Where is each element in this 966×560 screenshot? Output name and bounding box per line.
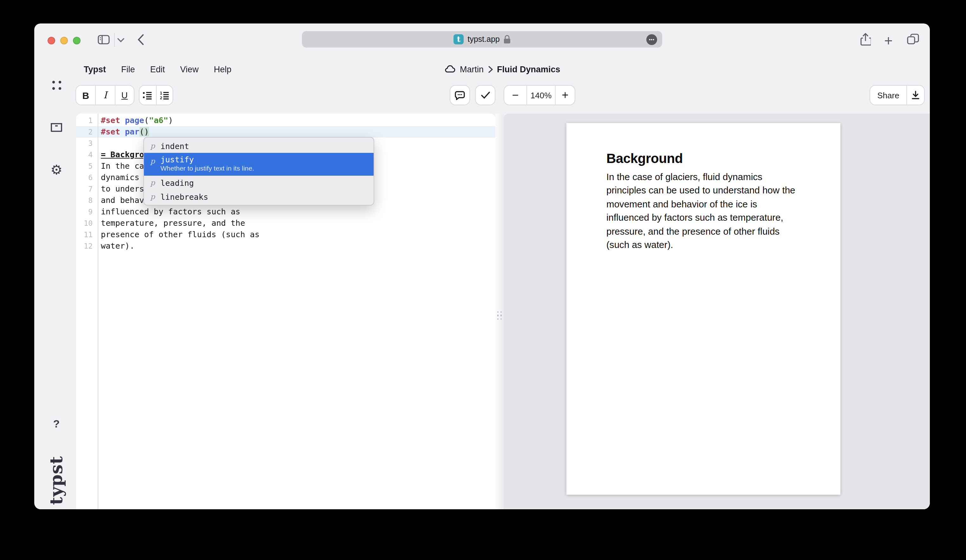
comments-group <box>450 85 470 105</box>
menu-file[interactable]: File <box>121 64 135 74</box>
zoom-out-button[interactable]: − <box>504 85 526 105</box>
breadcrumb-workspace[interactable]: Martin <box>460 64 484 74</box>
dashboard-icon[interactable] <box>47 80 66 91</box>
fullscreen-window-button[interactable] <box>73 37 80 44</box>
param-name: leading <box>161 178 194 187</box>
help-icon[interactable]: ? <box>47 418 66 430</box>
check-group <box>475 85 495 105</box>
param-kind: p <box>150 192 155 201</box>
address-bar[interactable]: t typst.app ••• <box>302 31 662 48</box>
comment-bubble-icon <box>455 90 465 100</box>
checkmark-icon <box>480 91 490 99</box>
line-number: 6 <box>76 172 97 183</box>
share-button[interactable]: Share <box>870 85 906 105</box>
new-tab-icon[interactable]: + <box>884 32 893 49</box>
line-number: 8 <box>76 195 97 206</box>
download-button[interactable] <box>906 85 924 105</box>
app-menubar: Typst File Edit View Help Martin Fluid D… <box>34 58 930 80</box>
menu-help[interactable]: Help <box>214 64 232 74</box>
splitter-handle-icon[interactable] <box>497 311 502 320</box>
menu-view[interactable]: View <box>180 64 199 74</box>
gutter-divider <box>97 113 98 509</box>
code-text: influenced by factors such as <box>97 206 240 218</box>
page-settings-icon[interactable]: ••• <box>646 34 657 45</box>
param-kind: p <box>150 157 155 166</box>
line-number: 7 <box>76 183 97 195</box>
preview-text-line: In the case of glaciers, fluid dynamics <box>606 171 820 184</box>
preview-text-line: movement and behavior of the ice is <box>606 198 820 212</box>
back-icon[interactable] <box>138 34 144 45</box>
titlebar-divider <box>114 33 115 47</box>
numbered-list-icon: 1 2 <box>160 91 169 99</box>
settings-gear-icon[interactable]: ⚙ <box>47 163 66 176</box>
bold-button[interactable]: B <box>76 85 95 105</box>
chevron-down-icon[interactable] <box>117 38 124 43</box>
share-page-icon[interactable] <box>860 33 871 46</box>
menu-edit[interactable]: Edit <box>150 64 165 74</box>
autocomplete-popup: pindentpjustifyWhether to justify text i… <box>143 137 374 205</box>
preview-heading: Background <box>606 151 840 166</box>
line-number: 4 <box>76 149 97 161</box>
zoom-group: − 140% + <box>504 85 575 105</box>
line-number: 12 <box>76 240 97 252</box>
preview-page: Background In the case of glaciers, flui… <box>567 123 840 495</box>
autocomplete-item[interactable]: pjustifyWhether to justify text in its l… <box>144 153 374 176</box>
titlebar: t typst.app ••• + <box>34 23 930 55</box>
pane-splitter[interactable] <box>495 113 504 509</box>
code-line[interactable]: 10temperature, pressure, and the <box>76 218 495 229</box>
bullet-list-button[interactable] <box>140 85 156 105</box>
code-line[interactable]: 12water). <box>76 240 495 252</box>
tab-overview-icon[interactable] <box>907 34 919 46</box>
preview-text-line: pressure, and the presence of other flui… <box>606 225 820 238</box>
close-window-button[interactable] <box>48 37 55 44</box>
sidebar-toggle-icon[interactable] <box>98 35 110 44</box>
menu-typst[interactable]: Typst <box>84 64 106 74</box>
preview-text-line: (such as water). <box>606 238 820 252</box>
screen: t typst.app ••• + <box>0 0 966 560</box>
line-number: 11 <box>76 229 97 240</box>
preview-paragraph: In the case of glaciers, fluid dynamicsp… <box>606 171 820 252</box>
code-text: temperature, pressure, and the <box>97 218 245 229</box>
svg-text:2: 2 <box>160 95 163 99</box>
code-line[interactable]: 2#set par() <box>76 126 495 138</box>
files-icon[interactable] <box>47 122 66 133</box>
comments-button[interactable] <box>450 85 469 105</box>
preview-text-line: influenced by factors such as temperatur… <box>606 211 820 225</box>
breadcrumb: Martin Fluid Dynamics <box>445 58 560 80</box>
line-number: 5 <box>76 161 97 172</box>
line-number: 1 <box>76 115 97 126</box>
autocomplete-item[interactable]: plinebreaks <box>144 190 374 204</box>
browser-window: t typst.app ••• + <box>34 23 930 509</box>
underline-button[interactable]: U <box>115 85 134 105</box>
italic-button[interactable]: I <box>95 85 115 105</box>
code-text: presence of other fluids (such as <box>97 229 260 240</box>
share-group: Share <box>869 85 925 105</box>
cloud-sync-icon <box>445 65 455 73</box>
param-kind: p <box>150 178 155 187</box>
code-line[interactable]: 1#set page("a6") <box>76 115 495 126</box>
autocomplete-item[interactable]: pleading <box>144 176 374 190</box>
line-number: 10 <box>76 218 97 229</box>
code-line[interactable]: 9influenced by factors such as <box>76 206 495 218</box>
param-name: linebreaks <box>161 192 209 201</box>
window-controls <box>48 37 80 44</box>
line-number: 9 <box>76 206 97 218</box>
preview-pane: Background In the case of glaciers, flui… <box>504 113 930 509</box>
code-line[interactable]: 11presence of other fluids (such as <box>76 229 495 240</box>
url-text: typst.app <box>467 35 499 44</box>
line-number: 3 <box>76 138 97 149</box>
typst-logo: typst <box>40 452 73 509</box>
zoom-level: 140% <box>526 85 555 105</box>
text-style-group: B I U <box>76 85 135 105</box>
numbered-list-button[interactable]: 1 2 <box>156 85 172 105</box>
spellcheck-button[interactable] <box>476 85 495 105</box>
code-text: water). <box>97 240 135 252</box>
svg-text:1: 1 <box>160 91 163 95</box>
param-name: indent <box>161 141 189 151</box>
minimize-window-button[interactable] <box>60 37 68 44</box>
autocomplete-item[interactable]: pindent <box>144 139 374 153</box>
bullet-list-icon <box>143 91 153 99</box>
zoom-in-button[interactable]: + <box>555 85 575 105</box>
breadcrumb-chevron-icon <box>488 66 493 72</box>
param-name: justify <box>161 155 254 164</box>
